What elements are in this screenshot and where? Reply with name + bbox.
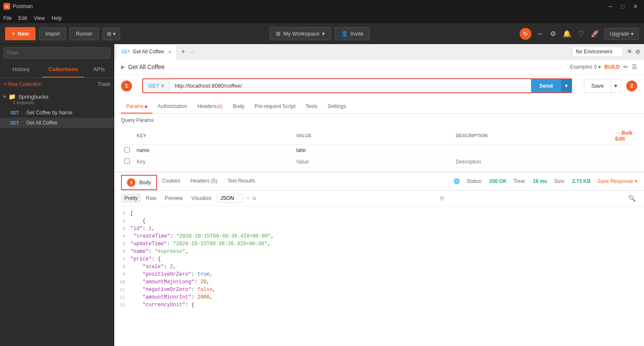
format-tab-visualize[interactable]: Visualize xyxy=(188,194,215,203)
response-tab-test-results[interactable]: Test Results xyxy=(222,174,260,189)
params-tab-params[interactable]: Params xyxy=(121,100,152,113)
upgrade-button[interactable]: Upgrade ▾ xyxy=(604,28,639,40)
request-name: Get Coffee by Name xyxy=(26,110,72,116)
minimize-button[interactable]: ─ xyxy=(606,3,615,10)
menu-view[interactable]: View xyxy=(34,15,45,21)
plus-icon: + xyxy=(12,30,15,37)
row-checkbox[interactable] xyxy=(124,147,130,152)
collection-requests-count: 2 requests xyxy=(3,100,110,105)
workspace-button[interactable]: ⊞ My Workspace ▾ xyxy=(270,27,331,40)
description-input[interactable] xyxy=(456,147,608,153)
tab-more-button[interactable]: ··· xyxy=(190,48,195,55)
invite-button[interactable]: 👤 Invite xyxy=(335,27,370,40)
new-button[interactable]: + New xyxy=(5,27,36,40)
runner-button[interactable]: Runner xyxy=(69,28,99,40)
params-tab-headers[interactable]: Headers(6) xyxy=(192,100,228,113)
sidebar-tab-apis[interactable]: APIs xyxy=(84,62,114,78)
description-input[interactable] xyxy=(456,159,608,165)
examples-label: Examples xyxy=(570,64,592,70)
sidebar-tab-history[interactable]: History xyxy=(0,62,42,78)
copy-button[interactable]: ⎘ xyxy=(439,193,446,203)
env-eye-button[interactable]: 👁 xyxy=(627,48,633,55)
request-item-all-coffee[interactable]: GET Get All Coffee xyxy=(0,118,114,128)
value-cell[interactable] xyxy=(293,156,452,168)
new-collection-button[interactable]: + New Collection xyxy=(3,81,41,87)
response-tab-cookies[interactable]: Cookies xyxy=(157,174,185,189)
send-button[interactable]: Send xyxy=(531,79,561,92)
title-bar-left: ✉ Postman xyxy=(3,3,33,10)
trash-link[interactable]: Trash xyxy=(98,81,110,87)
rocket-button[interactable]: 🚀 xyxy=(589,28,601,39)
active-tab[interactable]: GET Get All Coffee ✕ xyxy=(116,44,177,59)
maximize-button[interactable]: □ xyxy=(619,3,627,10)
toolbar-right: ↻ ↔ ⚙ 🔔 ♡ 🚀 Upgrade ▾ xyxy=(520,28,639,40)
value-input[interactable] xyxy=(296,159,449,165)
sync-button[interactable]: ↻ xyxy=(520,28,531,40)
description-cell[interactable] xyxy=(452,145,612,156)
value-cell[interactable] xyxy=(293,145,452,156)
send-button-group: Send ▾ xyxy=(531,79,572,92)
expand-arrow-icon[interactable]: ▶ xyxy=(121,64,125,70)
layout-button[interactable]: ⊞ ▾ xyxy=(102,28,120,40)
method-select[interactable]: GET ▾ xyxy=(143,79,170,92)
edit-icon[interactable]: ✏ xyxy=(623,64,628,70)
close-button[interactable]: ✕ xyxy=(630,3,641,10)
search-input[interactable] xyxy=(3,47,110,58)
status-label: Status: xyxy=(467,178,482,184)
wrap-button[interactable]: ≡ xyxy=(251,193,258,203)
format-tab-raw[interactable]: Raw xyxy=(143,194,160,203)
format-tab-pretty[interactable]: Pretty xyxy=(121,194,141,203)
params-tab-settings[interactable]: Settings xyxy=(322,100,351,113)
docs-icon[interactable]: ☰ xyxy=(632,64,637,70)
params-tab-prerequest[interactable]: Pre-request Script xyxy=(250,100,301,113)
size-label: Size: xyxy=(554,178,565,184)
environment-select[interactable]: No Environment xyxy=(572,47,623,57)
notifications-button[interactable]: 🔔 xyxy=(561,28,573,39)
request-item-coffee-by-name[interactable]: GET Get Coffee by Name xyxy=(0,108,114,118)
description-cell[interactable] xyxy=(452,156,612,168)
response-status: 🌐 Status: 200 OK Time: 19 ms Size: 2.73 … xyxy=(454,178,637,184)
params-tab-tests[interactable]: Tests xyxy=(300,100,322,113)
send-dropdown-button[interactable]: ▾ xyxy=(561,79,571,92)
code-line: 9 "positiveOrZero": true, xyxy=(114,271,644,278)
save-response-button[interactable]: Save Response ▾ xyxy=(597,178,637,184)
search-in-response-button[interactable]: 🔍 xyxy=(627,193,637,203)
build-button[interactable]: BUILD xyxy=(604,64,620,70)
import-button[interactable]: Import xyxy=(39,28,66,40)
collection-item[interactable]: ▾ 📁 Springbucks 2 requests xyxy=(0,91,114,108)
settings-button[interactable]: ⚙ xyxy=(548,28,558,39)
actions-col-header: ··· Bulk Edit xyxy=(612,127,637,145)
query-params-section: Query Params KEY VALUE DESCRIPTION ··· B… xyxy=(114,114,644,171)
format-type-select[interactable]: JSON xyxy=(217,194,243,203)
examples-button[interactable]: Examples 0 ▾ xyxy=(570,64,601,70)
response-tabs-bar: 3 Body Cookies Headers (5) Test Results … xyxy=(114,172,644,191)
save-dropdown-button[interactable]: ▾ xyxy=(611,79,621,93)
format-tab-preview[interactable]: Preview xyxy=(161,194,186,203)
tab-add-button[interactable]: + xyxy=(178,48,188,55)
code-line: 13 "currencyUnit": { xyxy=(114,301,644,309)
tab-close-button[interactable]: ✕ xyxy=(168,50,171,54)
more-options-button[interactable]: ··· xyxy=(615,129,620,136)
code-line: 3"id": 1, xyxy=(114,225,644,233)
heart-button[interactable]: ♡ xyxy=(576,28,586,39)
key-input[interactable] xyxy=(137,147,289,153)
menu-help[interactable]: Help xyxy=(52,15,62,21)
params-tab-auth[interactable]: Authorization xyxy=(152,100,192,113)
value-input[interactable] xyxy=(296,147,449,153)
menu-file[interactable]: File xyxy=(3,15,11,21)
response-tab-headers[interactable]: Headers (5) xyxy=(185,174,222,189)
sidebar-tab-collections[interactable]: Collections xyxy=(42,62,85,78)
code-line: 4"createTime": "2020-10-15T00:48:36.428+… xyxy=(114,233,644,240)
key-cell[interactable] xyxy=(133,156,293,168)
response-tab-body[interactable]: 3 Body xyxy=(121,175,157,190)
history-button[interactable]: ↔ xyxy=(535,28,545,39)
env-settings-button[interactable]: ⚙ xyxy=(635,48,641,55)
save-button[interactable]: Save xyxy=(584,79,611,93)
params-tab-body[interactable]: Body xyxy=(228,100,249,113)
row-checkbox[interactable] xyxy=(124,158,130,164)
key-input[interactable] xyxy=(137,159,289,165)
url-input[interactable] xyxy=(170,79,531,92)
code-line: 1[ xyxy=(114,210,644,217)
menu-edit[interactable]: Edit xyxy=(18,15,27,21)
key-cell[interactable] xyxy=(133,145,293,156)
